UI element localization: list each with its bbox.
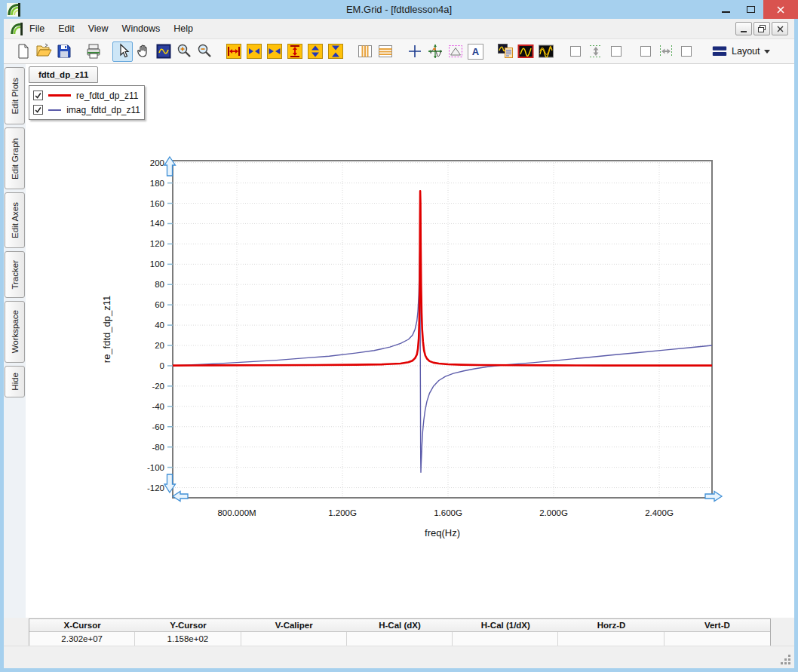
col-horz-d: Horz-D bbox=[558, 619, 664, 632]
horizontal-fit-icon bbox=[657, 42, 675, 60]
mdi-close-button[interactable] bbox=[772, 22, 788, 35]
mdi-restore-button[interactable] bbox=[753, 22, 770, 35]
sidebar-item-hide[interactable]: Hide bbox=[5, 366, 25, 397]
col-h-cal-dx: H-Cal (dX) bbox=[347, 619, 453, 632]
new-document-button[interactable] bbox=[13, 41, 33, 62]
zoom-out-button[interactable] bbox=[194, 41, 214, 62]
caliper-triangle-button[interactable] bbox=[445, 41, 465, 62]
sidebar-item-tracker[interactable]: Tracker bbox=[5, 251, 25, 298]
layout-icon bbox=[711, 43, 728, 60]
col-x-cursor: X-Cursor bbox=[29, 619, 135, 632]
mdi-close-icon bbox=[777, 26, 784, 32]
multi-plot-button[interactable] bbox=[536, 41, 556, 62]
mdi-minimize-icon bbox=[741, 31, 747, 32]
plot-canvas[interactable]: 200180160140120100806040200-20-40-60-80-… bbox=[26, 137, 791, 589]
axes-tracker-button[interactable] bbox=[425, 41, 445, 62]
y-full-scale-icon bbox=[286, 42, 304, 60]
y-compress-button[interactable] bbox=[325, 41, 345, 62]
svg-text:80: 80 bbox=[155, 280, 164, 289]
svg-text:-40: -40 bbox=[152, 402, 164, 411]
vertical-fit-button[interactable] bbox=[585, 41, 606, 62]
multi-plot-icon bbox=[537, 42, 555, 60]
pan-button[interactable] bbox=[133, 41, 153, 62]
maximize-button[interactable] bbox=[738, 0, 763, 19]
sidebar-item-edit-axes[interactable]: Edit Axes bbox=[5, 192, 25, 248]
close-button[interactable] bbox=[763, 0, 798, 19]
print-button[interactable] bbox=[83, 41, 103, 62]
vertical-grid-button[interactable] bbox=[354, 41, 375, 62]
side-tab-strip: Edit Plots Edit Graph Edit Axes Tracker … bbox=[4, 64, 26, 618]
mdi-restore-icon bbox=[758, 25, 766, 32]
sidebar-item-workspace[interactable]: Workspace bbox=[5, 301, 25, 363]
caliper-triangle-icon bbox=[447, 42, 465, 60]
svg-text:-60: -60 bbox=[152, 422, 164, 431]
value-h-cal-dx bbox=[347, 632, 453, 646]
single-plot-button[interactable] bbox=[515, 41, 536, 62]
menu-bar: File Edit View Windows Help bbox=[4, 19, 794, 39]
legend-label-real: re_fdtd_dp_z11 bbox=[76, 91, 139, 101]
svg-text:20: 20 bbox=[155, 341, 164, 350]
svg-text:1.200G: 1.200G bbox=[328, 508, 357, 517]
vertical-fit-right-checkbox[interactable] bbox=[606, 41, 626, 62]
cursor-table: X-Cursor Y-Cursor V-Caliper H-Cal (dX) H… bbox=[29, 618, 771, 646]
svg-text:-20: -20 bbox=[152, 382, 164, 391]
svg-text:200: 200 bbox=[150, 158, 164, 167]
x-expand-button[interactable] bbox=[244, 41, 264, 62]
value-vert-d bbox=[664, 632, 770, 646]
menu-help[interactable]: Help bbox=[167, 20, 200, 37]
status-bar: X-Cursor Y-Cursor V-Caliper H-Cal (dX) H… bbox=[4, 618, 794, 646]
y-full-scale-button[interactable] bbox=[284, 41, 305, 62]
sidebar-item-edit-plots[interactable]: Edit Plots bbox=[5, 67, 25, 124]
legend-checkbox-real[interactable] bbox=[33, 91, 43, 100]
document-area: fdtd_dp_z11 re_fdtd_dp_z11 imag_fdtd_dp_… bbox=[26, 64, 794, 618]
menu-file[interactable]: File bbox=[23, 20, 51, 37]
value-h-cal-1dx bbox=[453, 632, 558, 646]
horizontal-fit-left-checkbox[interactable] bbox=[635, 41, 655, 62]
menu-windows[interactable]: Windows bbox=[115, 20, 167, 37]
menu-edit[interactable]: Edit bbox=[51, 20, 81, 37]
open-file-button[interactable] bbox=[33, 41, 54, 62]
impedance-chart[interactable]: 200180160140120100806040200-20-40-60-80-… bbox=[26, 137, 791, 589]
maximize-icon bbox=[747, 6, 755, 13]
legend-line-real bbox=[48, 94, 71, 97]
zoom-in-button[interactable] bbox=[173, 41, 194, 62]
save-button[interactable] bbox=[54, 41, 74, 62]
col-y-cursor: Y-Cursor bbox=[135, 619, 241, 632]
plot-notes-button[interactable] bbox=[495, 41, 515, 62]
horizontal-grid-button[interactable] bbox=[375, 41, 395, 62]
plot-tab[interactable]: fdtd_dp_z11 bbox=[29, 66, 98, 83]
zoom-region-button[interactable] bbox=[153, 41, 173, 62]
mdi-minimize-button[interactable] bbox=[735, 22, 752, 35]
zoom-out-icon bbox=[195, 42, 213, 60]
minimize-button[interactable] bbox=[714, 0, 738, 19]
sidebar-item-edit-graph[interactable]: Edit Graph bbox=[5, 127, 25, 189]
x-full-scale-button[interactable] bbox=[223, 41, 244, 62]
svg-text:40: 40 bbox=[155, 321, 164, 330]
horizontal-fit-right-checkbox[interactable] bbox=[676, 41, 696, 62]
horizontal-fit-button[interactable] bbox=[655, 41, 676, 62]
checkbox-icon bbox=[640, 46, 651, 57]
text-annotation-button[interactable]: A bbox=[465, 41, 486, 62]
x-compress-button[interactable] bbox=[264, 41, 284, 62]
vertical-fit-left-checkbox[interactable] bbox=[565, 41, 585, 62]
legend-checkbox-imag[interactable] bbox=[33, 105, 43, 115]
menu-view[interactable]: View bbox=[81, 20, 115, 37]
cursor-table-header: X-Cursor Y-Cursor V-Caliper H-Cal (dX) H… bbox=[29, 619, 770, 632]
y-expand-button[interactable] bbox=[305, 41, 325, 62]
crosshair-button[interactable] bbox=[404, 41, 425, 62]
svg-text:-100: -100 bbox=[147, 463, 164, 472]
crosshair-icon bbox=[406, 42, 424, 60]
svg-text:re_fdtd_dp_z11: re_fdtd_dp_z11 bbox=[101, 296, 112, 363]
vertical-grid-icon bbox=[356, 42, 374, 60]
select-cursor-button[interactable] bbox=[112, 41, 133, 62]
plot-legend: re_fdtd_dp_z11 imag_fdtd_dp_z11 bbox=[29, 85, 145, 120]
footer-strip bbox=[4, 646, 794, 668]
resize-grip[interactable] bbox=[781, 655, 791, 665]
layout-dropdown[interactable]: Layout bbox=[707, 41, 775, 62]
main-area: Edit Plots Edit Graph Edit Axes Tracker … bbox=[4, 64, 794, 618]
save-floppy-icon bbox=[55, 42, 73, 60]
x-full-scale-icon bbox=[225, 42, 243, 60]
svg-text:-80: -80 bbox=[152, 443, 164, 452]
checkbox-icon bbox=[611, 46, 622, 57]
legend-row-real: re_fdtd_dp_z11 bbox=[33, 88, 140, 103]
